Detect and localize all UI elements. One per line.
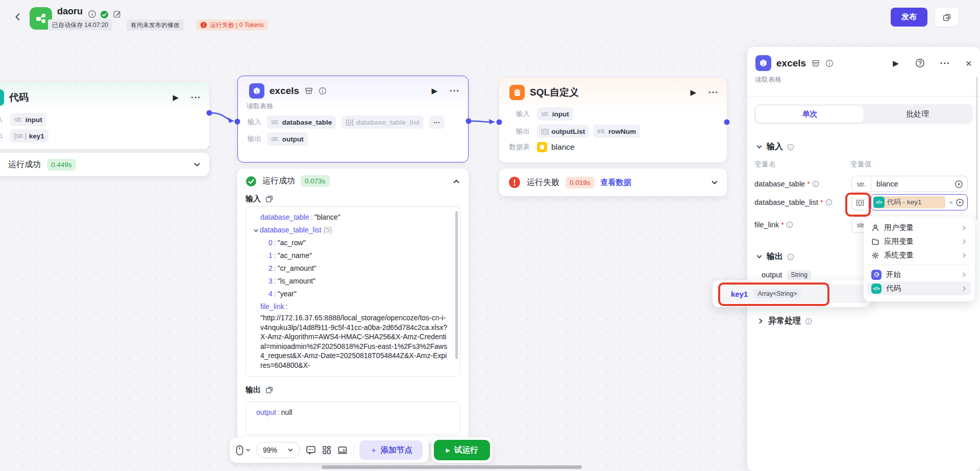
layout-grid-icon[interactable]: [322, 445, 332, 455]
zoom-select[interactable]: 99%: [256, 442, 300, 458]
output-section-label: 输出: [246, 385, 261, 395]
fail-icon: [508, 176, 521, 189]
result-status: 运行成功: [262, 176, 295, 186]
more-menu-icon[interactable]: ···: [940, 58, 950, 68]
output-section-header[interactable]: 输出: [756, 251, 794, 262]
pointer-mode-button[interactable]: [236, 445, 251, 456]
menu-item-user-variables[interactable]: 用户变量: [867, 221, 971, 234]
input-section-label: 输入: [246, 194, 261, 204]
plus-icon: ＋: [370, 445, 378, 456]
error-icon: [200, 21, 207, 29]
toolbar-divider: [353, 444, 354, 456]
code-output-flyout: key1 Array<String>: [713, 280, 871, 307]
copy-icon[interactable]: [265, 386, 274, 394]
node-code[interactable]: </> 代码 ▶ ··· 输入 str.input 输出 [str.]key1: [0, 82, 209, 149]
table-name[interactable]: blance: [551, 143, 575, 152]
more-menu-icon[interactable]: ···: [708, 87, 719, 98]
play-icon: ▶: [446, 447, 450, 454]
param-file-link: file_link*: [754, 221, 793, 229]
code-node-title: 代码: [9, 91, 29, 104]
tab-batch[interactable]: 批处理: [864, 106, 971, 123]
node-excels[interactable]: excels ▶ ··· 读取表格 输入 str.database_table …: [237, 76, 469, 162]
menu-item-code-node[interactable]: </> 代码: [867, 281, 971, 295]
input-section-header[interactable]: 输入: [756, 142, 794, 152]
database-table-list-input[interactable]: </> 代码 - key1 ×: [871, 194, 968, 210]
present-screen-icon[interactable]: [337, 445, 348, 455]
info-icon: [812, 180, 819, 187]
output-tag[interactable]: [{}]outputList: [537, 125, 589, 138]
panel-scrollbar[interactable]: [976, 77, 978, 220]
comment-icon[interactable]: [306, 445, 316, 455]
more-tags-icon[interactable]: ···: [429, 115, 445, 129]
table-label: 数据表: [506, 143, 530, 152]
more-menu-icon[interactable]: ···: [191, 92, 201, 103]
col-variable-value: 变量值: [850, 160, 872, 169]
chevron-down-icon[interactable]: [710, 178, 719, 186]
code-output-tag[interactable]: [str.]key1: [10, 129, 48, 143]
input-tag[interactable]: [{}]database_table_list: [341, 115, 424, 129]
variable-source-menu: 用户变量 应用变量 系统变量 开始 </> 代码: [864, 217, 975, 301]
reference-icon[interactable]: [955, 198, 964, 207]
sql-result-bar[interactable]: 运行失败 0.019s 查看数据: [499, 169, 727, 196]
copy-icon[interactable]: [265, 195, 274, 203]
excels-result-panel: 运行成功 0.073s 输入 database_table:"blance" d…: [237, 169, 469, 443]
run-output-json[interactable]: output:null: [246, 402, 460, 435]
output-tag[interactable]: str.output: [267, 132, 308, 146]
run-node-icon[interactable]: ▶: [690, 88, 696, 97]
input-tag[interactable]: str.input: [537, 107, 573, 121]
open-in-window-button[interactable]: [935, 8, 959, 27]
menu-item-start-node[interactable]: 开始: [867, 268, 971, 281]
type-prefix-braces[interactable]: [{}]: [851, 194, 869, 210]
person-icon: [871, 224, 879, 232]
chevron-right-icon: [961, 286, 967, 292]
run-node-icon[interactable]: ▶: [431, 86, 437, 96]
test-run-card: ▶ 试运行: [431, 437, 493, 463]
add-node-button[interactable]: ＋ 添加节点: [359, 440, 423, 460]
publish-button[interactable]: 发布: [891, 8, 927, 27]
cube-icon: [252, 86, 261, 96]
run-node-icon[interactable]: ▶: [173, 93, 179, 102]
code-node-chip-icon: </>: [873, 197, 885, 208]
edit-icon[interactable]: [113, 10, 121, 18]
database-table-input[interactable]: str. blance: [851, 176, 968, 192]
type-prefix[interactable]: str.: [852, 176, 871, 192]
chevron-up-icon[interactable]: [452, 177, 460, 185]
horizontal-scrollbar[interactable]: [322, 465, 582, 469]
collapse-caret-icon: [253, 228, 259, 233]
chevron-down-icon: [756, 144, 763, 150]
menu-item-app-variables[interactable]: 应用变量: [867, 234, 971, 248]
reference-icon[interactable]: [954, 180, 963, 189]
info-icon: [805, 318, 812, 325]
more-menu-icon[interactable]: ···: [450, 86, 460, 96]
run-input-json[interactable]: database_table:"blance" database_table_l…: [246, 206, 460, 377]
close-icon[interactable]: ×: [966, 58, 972, 68]
help-icon[interactable]: [915, 58, 925, 68]
reference-value-pill[interactable]: </> 代码 - key1: [873, 196, 945, 208]
code-result-bar[interactable]: 运行成功 0.449s: [0, 153, 209, 176]
chevron-down-icon[interactable]: [193, 160, 201, 169]
node-sql[interactable]: SQL自定义 ▶ ··· 输入 str.input 输出 [{}]outputL…: [499, 78, 727, 162]
mode-tabs: 单次 批处理: [754, 104, 973, 124]
run-node-icon[interactable]: ▶: [893, 59, 899, 68]
info-icon[interactable]: [318, 87, 327, 95]
tab-single[interactable]: 单次: [756, 106, 864, 123]
view-data-link[interactable]: 查看数据: [601, 178, 631, 187]
excels-node-subtitle: 读取表格: [238, 101, 468, 111]
menu-item-system-variables[interactable]: 系统变量: [867, 248, 971, 262]
info-icon[interactable]: [825, 59, 834, 67]
code-input-tag[interactable]: str.input: [10, 113, 46, 126]
info-icon[interactable]: [88, 10, 96, 18]
test-run-button[interactable]: ▶ 试运行: [434, 440, 490, 460]
exception-section-header[interactable]: 异常处理: [757, 316, 812, 326]
json-scrollbar[interactable]: [455, 211, 458, 359]
clear-icon[interactable]: ×: [949, 199, 953, 206]
divider: [747, 96, 980, 97]
input-tag[interactable]: str.database_table: [267, 115, 336, 129]
table-icon: [537, 142, 547, 152]
run-status-badge[interactable]: 运行失败 | 0 Tokens: [196, 19, 268, 31]
back-button[interactable]: [12, 11, 23, 22]
output-tag[interactable]: int.rowNum: [593, 125, 640, 138]
flyout-item-key1[interactable]: key1 Array<String>: [717, 285, 867, 303]
sql-node-icon: [509, 85, 525, 100]
gear-icon: [871, 251, 879, 260]
